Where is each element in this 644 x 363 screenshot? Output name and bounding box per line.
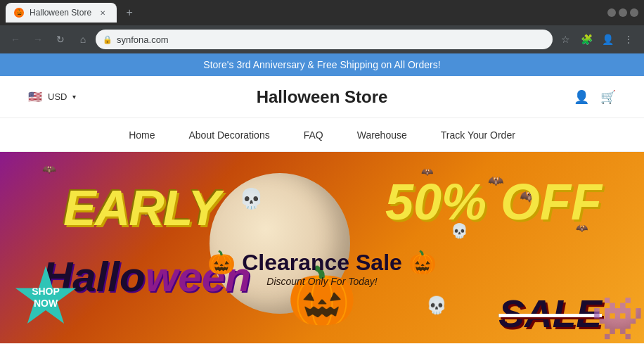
profile-button[interactable]: 👤	[598, 30, 617, 49]
shop-now-text: SHOPNOW	[32, 286, 60, 310]
browser-controls: ← → ↻ ⌂ 🔒 synfona.com ☆ 🧩 👤 ⋮	[0, 25, 644, 53]
bat-decoration-4: 🦇	[42, 163, 56, 176]
address-text: synfona.com	[117, 34, 546, 45]
tab-group: 🎃 Halloween Store ✕	[6, 3, 117, 23]
skull-decoration-3: 💀	[451, 222, 468, 239]
maximize-button[interactable]	[619, 8, 627, 17]
back-button[interactable]: ←	[6, 30, 25, 49]
nav-home[interactable]: Home	[129, 129, 155, 141]
address-lock-icon: 🔒	[103, 35, 112, 44]
early-text: EARLY	[63, 180, 219, 236]
clearance-overlay: 🎃 Clearance Sale 🎃 Discount Only For Tod…	[207, 249, 436, 287]
skull-decoration-1: 💀	[239, 187, 264, 210]
minimize-button[interactable]	[607, 8, 616, 17]
site-nav: Home About Decorations FAQ Warehouse Tra…	[0, 118, 644, 152]
site-header: 🇺🇸 USD ▾ Halloween Store 👤 🛒	[0, 76, 644, 118]
nav-track-order[interactable]: Track Your Order	[441, 129, 515, 141]
account-icon[interactable]: 👤	[574, 89, 589, 105]
sale-text: SALE	[498, 291, 602, 336]
monster-decoration: 👾	[591, 293, 644, 343]
header-currency[interactable]: 🇺🇸 USD ▾	[28, 90, 98, 103]
header-actions: 👤 🛒	[546, 89, 616, 105]
forward-button[interactable]: →	[28, 30, 48, 49]
announcement-bar: Store's 3rd Anniversary & Free Shipping …	[0, 53, 644, 76]
tab-title: Halloween Store	[30, 8, 91, 18]
currency-chevron-icon: ▾	[72, 93, 76, 101]
currency-code: USD	[48, 91, 67, 102]
nav-about-decorations[interactable]: About Decorations	[188, 129, 269, 141]
clearance-subtitle: Discount Only For Today!	[207, 276, 436, 287]
hero-banner: 🦇 🦇 🦇 🦇 🦇 🦇 EARLY 50% OFF Halloween SALE…	[0, 152, 644, 343]
browser-chrome: 🎃 Halloween Store ✕ + ← → ↻ ⌂ 🔒 synfona.…	[0, 0, 644, 53]
active-tab[interactable]: 🎃 Halloween Store ✕	[6, 3, 117, 23]
fifty-off-text: 50% OFF	[385, 173, 602, 231]
home-button[interactable]: ⌂	[73, 30, 93, 49]
tab-favicon: 🎃	[14, 8, 24, 18]
extensions-button[interactable]: 🧩	[577, 30, 596, 49]
currency-flag-icon: 🇺🇸	[28, 90, 42, 103]
tab-close-button[interactable]: ✕	[97, 7, 108, 18]
browser-actions: ☆ 🧩 👤 ⋮	[555, 30, 638, 49]
tab-bar: 🎃 Halloween Store ✕ +	[0, 0, 644, 25]
reload-button[interactable]: ↻	[51, 30, 70, 49]
announcement-text: Store's 3rd Anniversary & Free Shipping …	[203, 59, 440, 70]
nav-warehouse[interactable]: Warehouse	[357, 129, 407, 141]
site-title: Halloween Store	[98, 87, 546, 107]
address-bar[interactable]: 🔒 synfona.com	[96, 30, 553, 49]
nav-faq[interactable]: FAQ	[304, 129, 323, 141]
cart-icon[interactable]: 🛒	[600, 89, 616, 105]
close-button[interactable]	[630, 8, 638, 17]
skull-decoration-2: 💀	[426, 295, 447, 315]
page-content: Store's 3rd Anniversary & Free Shipping …	[0, 53, 644, 363]
new-tab-button[interactable]: +	[120, 3, 139, 23]
bookmark-button[interactable]: ☆	[555, 30, 575, 49]
clearance-title: 🎃 Clearance Sale 🎃	[207, 249, 436, 276]
menu-button[interactable]: ⋮	[619, 30, 638, 49]
